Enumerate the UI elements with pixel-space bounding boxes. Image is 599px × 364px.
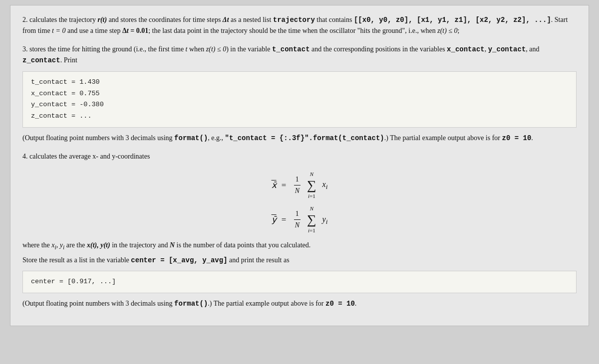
- x-bar-formula: x̄ = 1 N N ∑ i=1 xi: [272, 170, 328, 200]
- section-2: 2. calculates the trajectory r(t) and st…: [22, 14, 577, 37]
- sigma-char-1: ∑: [307, 179, 316, 192]
- delta-t-var: Δt: [223, 16, 229, 23]
- xt-yt-vars: x(t), y(t): [87, 241, 110, 249]
- center-output: center = [0.917, ...]: [31, 278, 116, 285]
- N-var: N: [170, 241, 175, 249]
- fraction-2: 1 N: [294, 208, 301, 231]
- sigma-bottom-1: i=1: [308, 192, 315, 201]
- page-container: 2. calculates the trajectory r(t) and st…: [10, 5, 589, 326]
- section-3-number: 3.: [22, 45, 28, 53]
- y-bar-symbol: ȳ: [272, 213, 277, 226]
- code-line-1: t_contact = 1.430: [31, 77, 568, 88]
- equals-1: =: [280, 179, 289, 192]
- section-4-store: Store the result as a list in the variab…: [22, 255, 577, 266]
- trajectory-var: trajectory: [273, 16, 315, 24]
- section-3: 3. stores the time for hitting the groun…: [22, 44, 577, 144]
- section-4-where: where the xi, yi are the x(t), y(t) in t…: [22, 240, 577, 252]
- equals-2: =: [280, 213, 289, 226]
- format-call: format(): [174, 134, 208, 142]
- code-block-1: t_contact = 1.430 x_contact = 0.755 y_co…: [22, 71, 577, 128]
- format-example: "t_contact = {:.3f}".format(t_contact): [225, 134, 384, 142]
- r-t-var: r(t): [97, 16, 107, 23]
- denominator-2: N: [294, 220, 301, 231]
- code-block-2: center = [0.917, ...]: [22, 271, 577, 293]
- sigma-2: N ∑ i=1: [307, 204, 316, 235]
- denominator-1: N: [294, 185, 301, 196]
- xi-yi-vars: xi, yi: [51, 241, 64, 249]
- code-line-3: y_contact = -0.380: [31, 99, 568, 111]
- sigma-char-2: ∑: [307, 213, 316, 226]
- y-bar-formula: ȳ = 1 N N ∑ i=1 yi: [272, 204, 328, 235]
- z-contact-var: z_contact: [22, 56, 60, 64]
- section-4-text: 4. calculates the average x- and y-coord…: [22, 151, 577, 162]
- t-var: t: [186, 45, 188, 53]
- y-contact-var: y_contact: [488, 45, 526, 53]
- math-formulas: x̄ = 1 N N ∑ i=1 xi ȳ =: [272, 170, 328, 235]
- format-call-2: format(): [174, 300, 208, 308]
- z0-val: z0 = 10: [502, 134, 532, 142]
- sigma-1: N ∑ i=1: [307, 170, 316, 200]
- section-4-number: 4.: [22, 153, 28, 160]
- z-t-condition: z(t) ≤ 0: [206, 45, 226, 53]
- x-i-term: xi: [320, 178, 328, 192]
- section-2-text: 2. calculates the trajectory r(t) and st…: [22, 14, 577, 37]
- section-2-number: 2.: [22, 16, 28, 23]
- x-contact-var: x_contact: [447, 45, 485, 53]
- code-line-4: z_contact = ...: [31, 111, 568, 122]
- section-3-text: 3. stores the time for hitting the groun…: [22, 44, 577, 66]
- x-bar-symbol: x̄: [272, 179, 277, 192]
- sigma-bottom-2: i=1: [308, 226, 315, 235]
- trajectory-example: [[x0, y0, z0], [x1, y1, z1], [x2, y2, z2…: [354, 16, 551, 24]
- start-time: t = 0: [52, 27, 65, 34]
- center-var-def: center = [x_avg, y_avg]: [131, 256, 227, 264]
- t-contact-var: t_contact: [272, 45, 310, 53]
- math-section: x̄ = 1 N N ∑ i=1 xi ȳ =: [22, 170, 577, 235]
- z-condition: z(t) ≤ 0: [437, 27, 457, 34]
- section-3-note: (Output floating point numbers with 3 de…: [22, 133, 577, 144]
- numerator-2: 1: [294, 208, 300, 220]
- numerator-1: 1: [294, 174, 300, 185]
- y-i-term: yi: [320, 213, 328, 227]
- z0-val-2: z0 = 10: [325, 300, 355, 308]
- section-4-note: (Output floating point numbers with 3 de…: [22, 298, 577, 309]
- fraction-1: 1 N: [294, 174, 301, 197]
- section-4: 4. calculates the average x- and y-coord…: [22, 151, 577, 310]
- code-line-2: x_contact = 0.755: [31, 88, 568, 100]
